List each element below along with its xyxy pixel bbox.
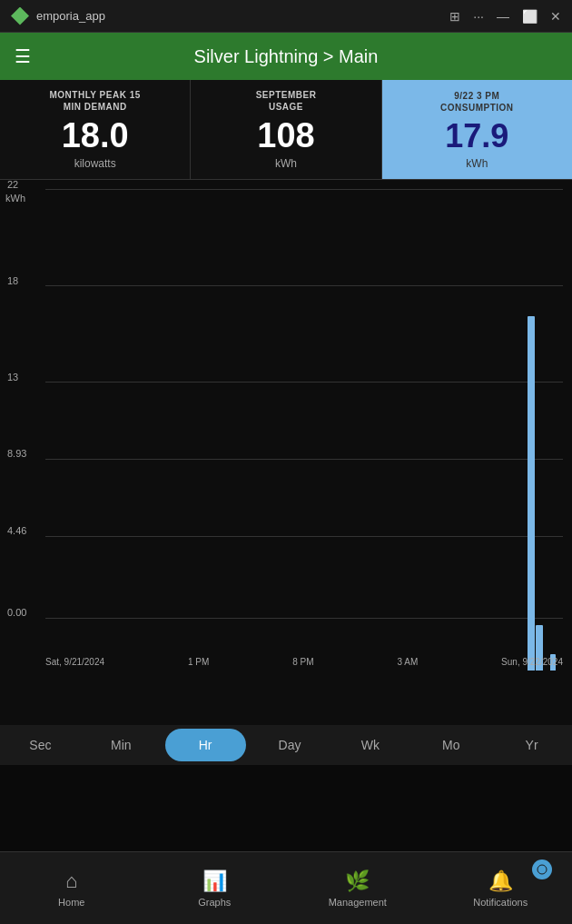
chart-inner: 22 18 13 8.93 4.46 0.00 Sat — [45, 189, 572, 671]
time-btn-day[interactable]: Day — [250, 725, 330, 765]
x-label-8pm: 8 PM — [292, 657, 313, 667]
bar-group-main — [528, 316, 543, 671]
grid-label-0: 0.00 — [7, 607, 26, 618]
hamburger-menu[interactable]: ☰ — [15, 45, 31, 67]
nav-item-management[interactable]: 🌿 Management — [286, 852, 429, 924]
app-header: ☰ Silver Lightning > Main — [0, 33, 572, 80]
grid-label-18: 18 — [7, 275, 18, 286]
more-icon[interactable]: ··· — [473, 9, 484, 24]
notification-badge — [532, 859, 552, 879]
time-btn-mo[interactable]: Mo — [410, 725, 491, 765]
close-icon[interactable]: ✕ — [550, 9, 561, 24]
stat-monthly-peak: MONTHLY PEAK 15MIN DEMAND 18.0 kilowatts — [0, 80, 191, 179]
stat-september-usage-label: SEPTEMBERUSAGE — [256, 89, 317, 113]
grid-label-22: 22 — [7, 179, 18, 190]
stat-monthly-peak-value: 18.0 — [62, 116, 129, 155]
nav-label-graphs: Graphs — [198, 897, 231, 908]
maximize-icon[interactable]: ⬜ — [522, 9, 537, 24]
stats-row: MONTHLY PEAK 15MIN DEMAND 18.0 kilowatts… — [0, 80, 572, 180]
stat-monthly-peak-unit: kilowatts — [74, 157, 116, 170]
notifications-icon: 🔔 — [488, 869, 513, 893]
time-btn-yr[interactable]: Yr — [491, 725, 572, 765]
stat-consumption: 9/22 3 PMCONSUMPTION 17.9 kWh — [382, 80, 572, 179]
x-label-1pm: 1 PM — [188, 657, 209, 667]
stat-consumption-unit: kWh — [466, 157, 488, 170]
grid-label-8: 8.93 — [7, 448, 26, 459]
bottom-nav: ⌂ Home 📊 Graphs 🌿 Management 🔔 Notificat… — [0, 851, 572, 924]
grid-label-4: 4.46 — [7, 525, 26, 536]
app-logo — [11, 7, 29, 25]
minimize-icon[interactable]: — — [497, 9, 509, 24]
title-bar: emporia_app ⊞ ··· — ⬜ ✕ — [0, 0, 572, 33]
stat-september-usage-value: 108 — [257, 116, 314, 155]
time-btn-hr[interactable]: Hr — [165, 729, 246, 761]
time-btn-min[interactable]: Min — [81, 725, 162, 765]
nav-item-notifications[interactable]: 🔔 Notifications — [429, 852, 573, 924]
stat-consumption-value: 17.9 — [445, 117, 508, 155]
hamburger-icon: ☰ — [15, 46, 31, 66]
y-axis-label: kWh — [5, 193, 25, 204]
nav-label-home: Home — [58, 897, 84, 908]
app-title: emporia_app — [36, 9, 105, 23]
management-icon: 🌿 — [345, 869, 370, 893]
page-title: Silver Lightning > Main — [194, 46, 379, 67]
chart-bars — [45, 189, 563, 671]
title-bar-controls[interactable]: ⊞ ··· — ⬜ ✕ — [449, 9, 561, 24]
x-label-3am: 3 AM — [397, 657, 418, 667]
title-bar-left: emporia_app — [11, 7, 105, 25]
nav-label-management: Management — [329, 897, 387, 908]
stat-september-usage: SEPTEMBERUSAGE 108 kWh — [191, 80, 381, 179]
svg-point-0 — [537, 865, 547, 874]
home-icon: ⌂ — [65, 869, 77, 893]
stat-monthly-peak-label: MONTHLY PEAK 15MIN DEMAND — [50, 89, 141, 113]
x-label-sun: Sun, 9/22/2024 — [501, 657, 563, 667]
nav-item-home[interactable]: ⌂ Home — [0, 852, 143, 924]
graphs-icon: 📊 — [202, 869, 227, 893]
chart-area: kWh 22 18 13 8.93 4.46 0.00 — [0, 180, 572, 725]
bar-tall-1 — [528, 316, 535, 671]
time-btn-sec[interactable]: Sec — [0, 725, 81, 765]
pin-icon[interactable]: ⊞ — [449, 9, 460, 24]
time-period-buttons: Sec Min Hr Day Wk Mo Yr — [0, 725, 572, 765]
time-btn-wk[interactable]: Wk — [330, 725, 410, 765]
nav-item-graphs[interactable]: 📊 Graphs — [143, 852, 287, 924]
x-label-sat: Sat, 9/21/2024 — [45, 657, 104, 667]
stat-september-usage-unit: kWh — [275, 157, 297, 170]
grid-label-13: 13 — [7, 372, 18, 383]
stat-consumption-label: 9/22 3 PMCONSUMPTION — [440, 90, 514, 114]
nav-label-notifications: Notifications — [473, 897, 528, 908]
x-axis: Sat, 9/21/2024 1 PM 8 PM 3 AM Sun, 9/22/… — [45, 653, 563, 671]
